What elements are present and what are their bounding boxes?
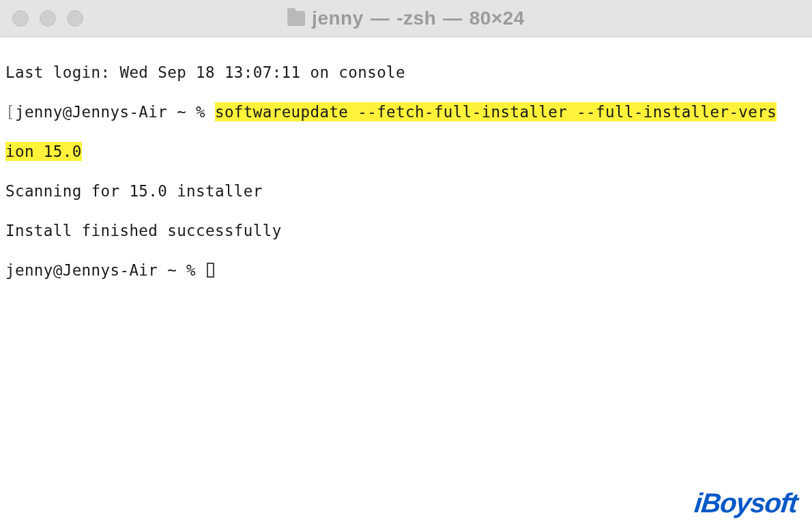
output-line-1: Scanning for 15.0 installer [5,181,807,201]
terminal-content[interactable]: Last login: Wed Sep 18 13:07:11 on conso… [0,38,812,306]
prompt-line-2: jenny@Jennys-Air ~ % [5,261,807,280]
title-size: 80×24 [469,8,525,29]
window-controls [12,10,83,27]
watermark-logo: iBoysoft [693,488,798,518]
title-sep2: — [443,8,463,29]
output-line-2: Install finished successfully [5,221,807,241]
prompt-2: jenny@Jennys-Air ~ % [5,261,205,279]
minimize-button[interactable] [40,10,56,27]
open-bracket: [ [5,103,15,121]
highlighted-command-part1: softwareupdate --fetch-full-installer --… [215,102,777,121]
close-button[interactable] [12,10,29,27]
title-process: -zsh [396,8,436,29]
highlighted-command-part2: ion 15.0 [5,142,82,161]
window-titlebar: jenny — -zsh — 80×24 [0,0,812,38]
fullscreen-button[interactable] [67,10,83,27]
title-sep1: — [371,8,390,29]
command-line-2: ion 15.0 [5,142,807,162]
last-login-line: Last login: Wed Sep 18 13:07:11 on conso… [5,63,807,83]
cursor [207,263,214,278]
prompt-1: jenny@Jennys-Air ~ % [15,103,215,121]
command-line-1: [jenny@Jennys-Air ~ % softwareupdate --f… [5,102,807,122]
title-folder: jenny [312,8,364,29]
folder-icon [287,11,305,26]
window-title: jenny — -zsh — 80×24 [287,8,525,29]
